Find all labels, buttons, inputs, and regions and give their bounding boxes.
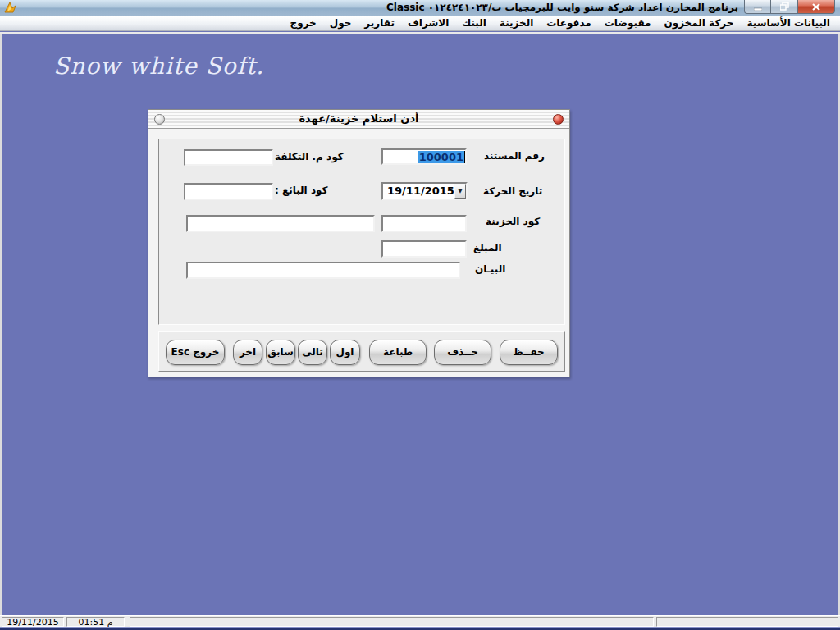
amount-label: المبلغ bbox=[473, 242, 502, 253]
menu-item-about[interactable]: حول bbox=[323, 16, 358, 30]
close-button[interactable] bbox=[798, 0, 835, 14]
status-right-panel bbox=[656, 617, 838, 627]
dialog-close-ball-icon[interactable] bbox=[553, 114, 564, 125]
menu-item-receipts[interactable]: مقبوضات bbox=[598, 16, 658, 30]
treasury-code-input[interactable] bbox=[381, 215, 467, 232]
treasury-code-label: كود الخزينة bbox=[486, 216, 540, 227]
date-value: 19/11/2015 bbox=[383, 184, 454, 199]
bottom-window-edge bbox=[0, 627, 840, 630]
statement-input[interactable] bbox=[186, 262, 460, 279]
menu-item-reports[interactable]: تقارير bbox=[358, 16, 401, 30]
statement-label: البيـان bbox=[475, 263, 505, 275]
menu-item-exit[interactable]: خروج bbox=[284, 16, 323, 30]
save-button[interactable]: حفــظ bbox=[500, 340, 558, 365]
seller-code-input[interactable] bbox=[184, 183, 273, 200]
buttons-panel: خروج Esc اخر سابق تالى اول طباعة حــذف ح… bbox=[158, 331, 565, 372]
status-message-panel bbox=[130, 617, 654, 627]
menu-item-basic-data[interactable]: البيانات الأساسية bbox=[740, 16, 837, 30]
minimize-button[interactable] bbox=[744, 0, 771, 14]
exit-button[interactable]: خروج Esc bbox=[166, 340, 225, 365]
cost-center-label: كود م. التكلفة bbox=[275, 151, 344, 162]
last-button[interactable]: اخر bbox=[233, 340, 262, 365]
dialog-titlebar[interactable]: أذن استلام خزينة/عهدة bbox=[148, 110, 569, 129]
doc-number-value: 100001 bbox=[418, 151, 465, 163]
window-title: برنامج المخازن اعداد شركة سنو وايت للبرم… bbox=[386, 0, 738, 16]
next-button[interactable]: تالى bbox=[298, 340, 327, 365]
cost-center-input[interactable] bbox=[184, 149, 273, 166]
delete-button[interactable]: حــذف bbox=[434, 340, 491, 365]
menu-item-treasury[interactable]: الخزينة bbox=[493, 16, 540, 30]
print-button[interactable]: طباعة bbox=[369, 340, 427, 365]
status-date: 19/11/2015 bbox=[2, 617, 64, 627]
statusbar: 19/11/2015 01:51 م bbox=[0, 615, 840, 627]
date-combobox[interactable]: 19/11/2015 ▼ bbox=[381, 182, 468, 200]
status-time: 01:51 م bbox=[66, 617, 125, 627]
window-controls bbox=[744, 0, 835, 14]
treasury-name-input[interactable] bbox=[186, 215, 375, 232]
amount-input[interactable] bbox=[381, 240, 467, 258]
seller-code-label: كود البائع : bbox=[275, 185, 328, 196]
dialog-title: أذن استلام خزينة/عهدة bbox=[148, 112, 569, 125]
date-label: تاريخ الحركة bbox=[483, 185, 542, 197]
client-area: Snow white Soft. أذن استلام خزينة/عهدة ر… bbox=[0, 34, 840, 615]
receipt-dialog: أذن استلام خزينة/عهدة رقم المستند 100001… bbox=[148, 109, 570, 377]
doc-number-label: رقم المستند bbox=[484, 150, 545, 162]
brand-text: Snow white Soft. bbox=[53, 52, 264, 80]
menubar: البيانات الأساسية حركة المخزون مقبوضات م… bbox=[0, 16, 840, 31]
close-icon bbox=[812, 3, 820, 11]
fields-panel: رقم المستند 100001 تاريخ الحركة 19/11/20… bbox=[158, 139, 565, 325]
menu-item-bank[interactable]: البنك bbox=[455, 16, 493, 30]
dropdown-arrow-icon[interactable]: ▼ bbox=[454, 184, 466, 199]
restore-icon bbox=[780, 2, 789, 11]
window-titlebar: برنامج المخازن اعداد شركة سنو وايت للبرم… bbox=[0, 0, 840, 16]
first-button[interactable]: اول bbox=[330, 340, 360, 365]
previous-button[interactable]: سابق bbox=[266, 340, 295, 365]
menu-item-stock-movement[interactable]: حركة المخزون bbox=[657, 16, 740, 30]
menu-item-supervision[interactable]: الاشراف bbox=[401, 16, 455, 30]
minimize-icon bbox=[754, 3, 762, 11]
doc-number-field[interactable]: 100001 bbox=[381, 148, 467, 165]
app-icon bbox=[3, 1, 17, 15]
restore-button[interactable] bbox=[771, 0, 798, 14]
menu-item-payments[interactable]: مدفوعات bbox=[540, 16, 598, 30]
